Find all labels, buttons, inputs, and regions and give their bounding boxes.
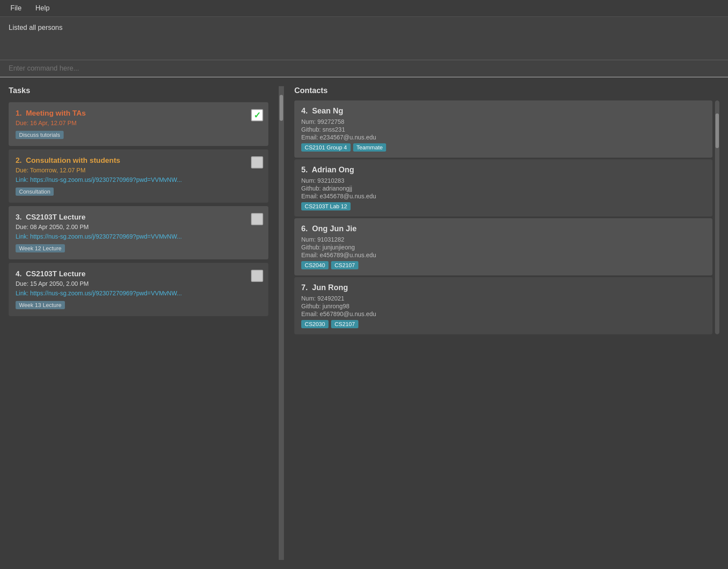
contacts-title: Contacts bbox=[294, 86, 719, 95]
contact-name: 4. Sean Ng bbox=[301, 107, 705, 116]
task-item: 3. CS2103T Lecture Due: 08 Apr 2050, 2.0… bbox=[9, 206, 268, 259]
tasks-title: Tasks bbox=[9, 86, 268, 95]
contact-tag: CS2101 Group 4 bbox=[301, 143, 351, 152]
task-item: 2. Consultation with students Due: Tomor… bbox=[9, 149, 268, 203]
contact-tag: CS2030 bbox=[301, 320, 329, 328]
contact-name: 7. Jun Rong bbox=[301, 283, 705, 292]
tasks-panel: Tasks 1. Meeting with TAs Due: 16 Apr, 1… bbox=[9, 86, 277, 560]
contact-github: Github: junjunjieong bbox=[301, 244, 705, 251]
contact-num: Num: 91031282 bbox=[301, 236, 705, 243]
task-link: Link: https://nus-sg.zoom.us/j/923072709… bbox=[16, 290, 247, 297]
task-checkbox-3[interactable] bbox=[251, 213, 263, 225]
contact-name: 6. Ong Jun Jie bbox=[301, 224, 705, 233]
contact-tags: CS2103T Lab 12 bbox=[301, 202, 705, 210]
contact-tags: CS2040 CS2107 bbox=[301, 261, 705, 269]
task-link: Link: https://nus-sg.zoom.us/j/923072709… bbox=[16, 176, 247, 183]
tasks-list: 1. Meeting with TAs Due: 16 Apr, 12.07 P… bbox=[9, 102, 268, 320]
contact-email: Email: e234567@u.nus.edu bbox=[301, 134, 705, 141]
contact-num: Num: 92492021 bbox=[301, 295, 705, 302]
command-input[interactable] bbox=[9, 65, 719, 72]
task-due: Due: 08 Apr 2050, 2.00 PM bbox=[16, 223, 247, 230]
task-due: Due: 16 Apr, 12.07 PM bbox=[16, 120, 247, 126]
contact-tag: CS2040 bbox=[301, 261, 329, 269]
contact-item: 6. Ong Jun Jie Num: 91031282 Github: jun… bbox=[294, 218, 712, 275]
contacts-wrapper: 4. Sean Ng Num: 99272758 Github: snss231… bbox=[294, 100, 719, 334]
task-tag: Consultation bbox=[16, 188, 54, 196]
contact-tag: CS2103T Lab 12 bbox=[301, 202, 351, 210]
contact-github: Github: junrong98 bbox=[301, 303, 705, 310]
checkmark-icon: ✓ bbox=[254, 111, 261, 120]
input-bar bbox=[0, 60, 728, 78]
contact-item: 7. Jun Rong Num: 92492021 Github: junron… bbox=[294, 277, 712, 334]
contacts-panel: Contacts 4. Sean Ng Num: 99272758 Github… bbox=[286, 86, 719, 560]
contacts-scrollbar[interactable] bbox=[715, 100, 719, 334]
task-title: 4. CS2103T Lecture bbox=[16, 270, 247, 278]
help-menu[interactable]: Help bbox=[34, 3, 52, 13]
task-due: Due: Tomorrow, 12.07 PM bbox=[16, 167, 247, 174]
contacts-list: 4. Sean Ng Num: 99272758 Github: snss231… bbox=[294, 100, 712, 334]
contact-tag: CS2107 bbox=[331, 261, 358, 269]
contact-name: 5. Adrian Ong bbox=[301, 165, 705, 175]
task-title: 3. CS2103T Lecture bbox=[16, 213, 247, 222]
contacts-inner: 4. Sean Ng Num: 99272758 Github: snss231… bbox=[294, 100, 712, 334]
contact-tag: CS2107 bbox=[331, 320, 358, 328]
contact-num: Num: 99272758 bbox=[301, 118, 705, 125]
file-menu[interactable]: File bbox=[9, 3, 23, 13]
menu-bar: File Help bbox=[0, 0, 728, 17]
task-tag: Discuss tutorials bbox=[16, 131, 64, 139]
contact-github: Github: snss231 bbox=[301, 126, 705, 133]
contact-tags: CS2030 CS2107 bbox=[301, 320, 705, 328]
task-link: Link: https://nus-sg.zoom.us/j/923072709… bbox=[16, 233, 247, 240]
task-item: 1. Meeting with TAs Due: 16 Apr, 12.07 P… bbox=[9, 102, 268, 146]
main-content: Tasks 1. Meeting with TAs Due: 16 Apr, 1… bbox=[0, 78, 728, 569]
contact-tag: Teammate bbox=[353, 143, 387, 152]
contacts-scroll-thumb bbox=[715, 113, 719, 148]
task-checkbox-1[interactable]: ✓ bbox=[251, 109, 263, 121]
scroll-thumb bbox=[280, 95, 283, 121]
task-tag: Week 12 Lecture bbox=[16, 244, 65, 252]
contact-github: Github: adrianongjj bbox=[301, 185, 705, 192]
task-checkbox-4[interactable] bbox=[251, 270, 263, 282]
task-due: Due: 15 Apr 2050, 2.00 PM bbox=[16, 280, 247, 287]
tasks-scrollbar[interactable] bbox=[279, 86, 284, 560]
contact-num: Num: 93210283 bbox=[301, 177, 705, 184]
status-message: Listed all persons bbox=[9, 24, 63, 31]
task-item: 4. CS2103T Lecture Due: 15 Apr 2050, 2.0… bbox=[9, 263, 268, 316]
contact-item: 4. Sean Ng Num: 99272758 Github: snss231… bbox=[294, 100, 712, 158]
contact-email: Email: e456789@u.nus.edu bbox=[301, 252, 705, 259]
task-title: 2. Consultation with students bbox=[16, 156, 247, 165]
task-title: 1. Meeting with TAs bbox=[16, 109, 247, 118]
contact-email: Email: e345678@u.nus.edu bbox=[301, 193, 705, 200]
task-tag: Week 13 Lecture bbox=[16, 301, 65, 309]
task-checkbox-2[interactable] bbox=[251, 156, 263, 168]
contact-email: Email: e567890@u.nus.edu bbox=[301, 310, 705, 317]
contact-item: 5. Adrian Ong Num: 93210283 Github: adri… bbox=[294, 159, 712, 217]
status-bar: Listed all persons bbox=[0, 17, 728, 60]
contact-tags: CS2101 Group 4 Teammate bbox=[301, 143, 705, 152]
